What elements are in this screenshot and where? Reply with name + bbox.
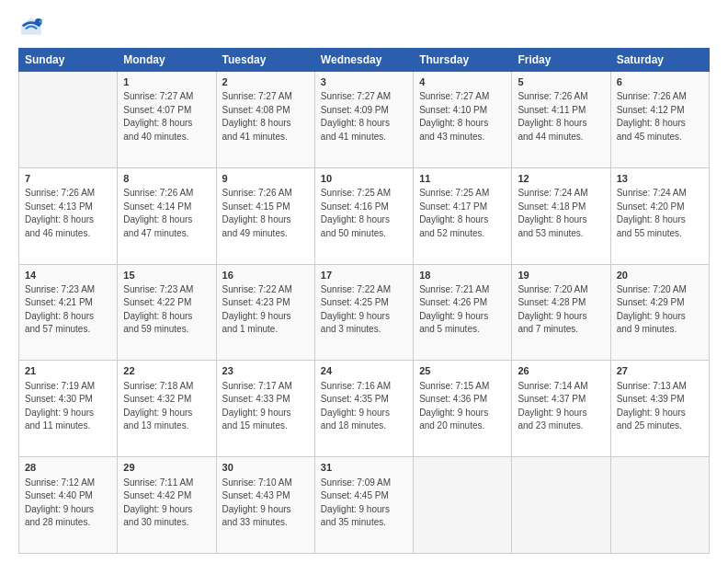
cell-content: Sunrise: 7:26 AMSunset: 4:14 PMDaylight:… xyxy=(123,187,210,240)
calendar-cell: 3Sunrise: 7:27 AMSunset: 4:09 PMDaylight… xyxy=(314,72,413,168)
cell-content: Sunrise: 7:26 AMSunset: 4:15 PMDaylight:… xyxy=(222,187,309,240)
cell-content: Sunrise: 7:14 AMSunset: 4:37 PMDaylight:… xyxy=(518,380,604,433)
weekday-header: Saturday xyxy=(610,49,709,72)
calendar-cell xyxy=(512,457,610,554)
day-number: 31 xyxy=(321,461,407,475)
calendar-cell xyxy=(19,72,118,168)
day-number: 25 xyxy=(419,364,506,378)
calendar-cell: 14Sunrise: 7:23 AMSunset: 4:21 PMDayligh… xyxy=(19,264,118,361)
cell-content: Sunrise: 7:17 AMSunset: 4:33 PMDaylight:… xyxy=(222,380,309,433)
weekday-row: SundayMondayTuesdayWednesdayThursdayFrid… xyxy=(19,49,710,72)
calendar-row: 7Sunrise: 7:26 AMSunset: 4:13 PMDaylight… xyxy=(19,167,710,264)
calendar-cell: 18Sunrise: 7:21 AMSunset: 4:26 PMDayligh… xyxy=(414,264,512,361)
calendar-cell: 4Sunrise: 7:27 AMSunset: 4:10 PMDaylight… xyxy=(414,72,512,168)
day-number: 21 xyxy=(25,364,111,378)
calendar-cell: 15Sunrise: 7:23 AMSunset: 4:22 PMDayligh… xyxy=(118,264,216,361)
calendar-cell: 2Sunrise: 7:27 AMSunset: 4:08 PMDaylight… xyxy=(216,72,314,168)
calendar-row: 28Sunrise: 7:12 AMSunset: 4:40 PMDayligh… xyxy=(19,457,710,554)
cell-content: Sunrise: 7:20 AMSunset: 4:29 PMDaylight:… xyxy=(617,283,703,337)
day-number: 9 xyxy=(222,172,309,186)
cell-content: Sunrise: 7:10 AMSunset: 4:43 PMDaylight:… xyxy=(222,477,309,530)
day-number: 27 xyxy=(617,364,703,378)
day-number: 10 xyxy=(321,172,407,186)
day-number: 19 xyxy=(518,269,604,282)
cell-content: Sunrise: 7:26 AMSunset: 4:12 PMDaylight:… xyxy=(617,90,703,144)
calendar-cell: 10Sunrise: 7:25 AMSunset: 4:16 PMDayligh… xyxy=(314,167,413,264)
day-number: 8 xyxy=(123,172,210,186)
day-number: 24 xyxy=(321,364,407,378)
calendar-cell: 13Sunrise: 7:24 AMSunset: 4:20 PMDayligh… xyxy=(610,167,709,264)
cell-content: Sunrise: 7:27 AMSunset: 4:08 PMDaylight:… xyxy=(222,90,309,144)
calendar-cell: 17Sunrise: 7:22 AMSunset: 4:25 PMDayligh… xyxy=(314,264,413,361)
calendar-cell: 19Sunrise: 7:20 AMSunset: 4:28 PMDayligh… xyxy=(512,264,610,361)
day-number: 2 xyxy=(222,75,309,89)
cell-content: Sunrise: 7:15 AMSunset: 4:36 PMDaylight:… xyxy=(419,380,506,433)
day-number: 11 xyxy=(419,172,506,186)
calendar-cell: 9Sunrise: 7:26 AMSunset: 4:15 PMDaylight… xyxy=(216,167,314,264)
cell-content: Sunrise: 7:26 AMSunset: 4:11 PMDaylight:… xyxy=(518,90,604,144)
cell-content: Sunrise: 7:25 AMSunset: 4:17 PMDaylight:… xyxy=(419,187,506,240)
day-number: 6 xyxy=(617,75,703,89)
cell-content: Sunrise: 7:22 AMSunset: 4:25 PMDaylight:… xyxy=(321,283,407,337)
day-number: 20 xyxy=(617,269,703,282)
weekday-header: Tuesday xyxy=(216,49,314,72)
cell-content: Sunrise: 7:27 AMSunset: 4:10 PMDaylight:… xyxy=(419,90,506,144)
logo-icon xyxy=(18,15,44,40)
day-number: 29 xyxy=(123,461,210,475)
day-number: 12 xyxy=(518,172,604,186)
calendar-cell: 22Sunrise: 7:18 AMSunset: 4:32 PMDayligh… xyxy=(118,361,216,457)
calendar-cell: 29Sunrise: 7:11 AMSunset: 4:42 PMDayligh… xyxy=(118,457,216,554)
cell-content: Sunrise: 7:23 AMSunset: 4:21 PMDaylight:… xyxy=(25,283,111,337)
cell-content: Sunrise: 7:11 AMSunset: 4:42 PMDaylight:… xyxy=(123,477,210,530)
weekday-header: Monday xyxy=(118,49,216,72)
day-number: 23 xyxy=(222,364,309,378)
day-number: 17 xyxy=(321,269,407,282)
calendar-cell: 12Sunrise: 7:24 AMSunset: 4:18 PMDayligh… xyxy=(512,167,610,264)
calendar-cell: 11Sunrise: 7:25 AMSunset: 4:17 PMDayligh… xyxy=(414,167,512,264)
day-number: 22 xyxy=(123,364,210,378)
calendar-row: 21Sunrise: 7:19 AMSunset: 4:30 PMDayligh… xyxy=(19,361,710,457)
day-number: 13 xyxy=(617,172,703,186)
cell-content: Sunrise: 7:24 AMSunset: 4:20 PMDaylight:… xyxy=(617,187,703,240)
calendar-cell: 24Sunrise: 7:16 AMSunset: 4:35 PMDayligh… xyxy=(314,361,413,457)
cell-content: Sunrise: 7:23 AMSunset: 4:22 PMDaylight:… xyxy=(123,283,210,337)
calendar-cell: 23Sunrise: 7:17 AMSunset: 4:33 PMDayligh… xyxy=(216,361,314,457)
calendar-row: 14Sunrise: 7:23 AMSunset: 4:21 PMDayligh… xyxy=(19,264,710,361)
page: SundayMondayTuesdayWednesdayThursdayFrid… xyxy=(0,0,728,563)
day-number: 30 xyxy=(222,461,309,475)
calendar-cell: 1Sunrise: 7:27 AMSunset: 4:07 PMDaylight… xyxy=(118,72,216,168)
cell-content: Sunrise: 7:27 AMSunset: 4:07 PMDaylight:… xyxy=(123,90,210,144)
cell-content: Sunrise: 7:20 AMSunset: 4:28 PMDaylight:… xyxy=(518,283,604,337)
cell-content: Sunrise: 7:24 AMSunset: 4:18 PMDaylight:… xyxy=(518,187,604,240)
calendar-cell: 7Sunrise: 7:26 AMSunset: 4:13 PMDaylight… xyxy=(19,167,118,264)
calendar-cell: 8Sunrise: 7:26 AMSunset: 4:14 PMDaylight… xyxy=(118,167,216,264)
day-number: 1 xyxy=(123,75,210,89)
weekday-header: Friday xyxy=(512,49,610,72)
calendar-cell: 21Sunrise: 7:19 AMSunset: 4:30 PMDayligh… xyxy=(19,361,118,457)
calendar-cell: 5Sunrise: 7:26 AMSunset: 4:11 PMDaylight… xyxy=(512,72,610,168)
cell-content: Sunrise: 7:12 AMSunset: 4:40 PMDaylight:… xyxy=(25,477,111,530)
day-number: 5 xyxy=(518,75,604,89)
calendar-header: SundayMondayTuesdayWednesdayThursdayFrid… xyxy=(19,49,710,72)
calendar-cell: 25Sunrise: 7:15 AMSunset: 4:36 PMDayligh… xyxy=(414,361,512,457)
day-number: 7 xyxy=(25,172,111,186)
calendar-cell: 16Sunrise: 7:22 AMSunset: 4:23 PMDayligh… xyxy=(216,264,314,361)
day-number: 18 xyxy=(419,269,506,282)
logo xyxy=(18,15,48,40)
calendar-cell: 30Sunrise: 7:10 AMSunset: 4:43 PMDayligh… xyxy=(216,457,314,554)
cell-content: Sunrise: 7:09 AMSunset: 4:45 PMDaylight:… xyxy=(321,477,407,530)
cell-content: Sunrise: 7:22 AMSunset: 4:23 PMDaylight:… xyxy=(222,283,309,337)
cell-content: Sunrise: 7:26 AMSunset: 4:13 PMDaylight:… xyxy=(25,187,111,240)
calendar-body: 1Sunrise: 7:27 AMSunset: 4:07 PMDaylight… xyxy=(19,72,710,554)
calendar-cell xyxy=(610,457,709,554)
weekday-header: Wednesday xyxy=(314,49,413,72)
calendar-cell: 26Sunrise: 7:14 AMSunset: 4:37 PMDayligh… xyxy=(512,361,610,457)
cell-content: Sunrise: 7:27 AMSunset: 4:09 PMDaylight:… xyxy=(321,90,407,144)
calendar-cell: 20Sunrise: 7:20 AMSunset: 4:29 PMDayligh… xyxy=(610,264,709,361)
cell-content: Sunrise: 7:25 AMSunset: 4:16 PMDaylight:… xyxy=(321,187,407,240)
weekday-header: Thursday xyxy=(414,49,512,72)
cell-content: Sunrise: 7:16 AMSunset: 4:35 PMDaylight:… xyxy=(321,380,407,433)
day-number: 4 xyxy=(419,75,506,89)
day-number: 26 xyxy=(518,364,604,378)
cell-content: Sunrise: 7:21 AMSunset: 4:26 PMDaylight:… xyxy=(419,283,506,337)
